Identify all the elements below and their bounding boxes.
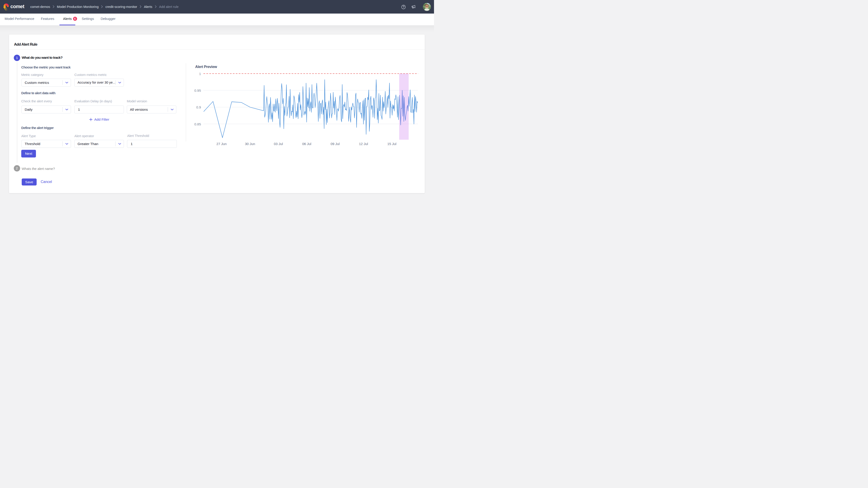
svg-text:comet: comet [10, 4, 24, 9]
